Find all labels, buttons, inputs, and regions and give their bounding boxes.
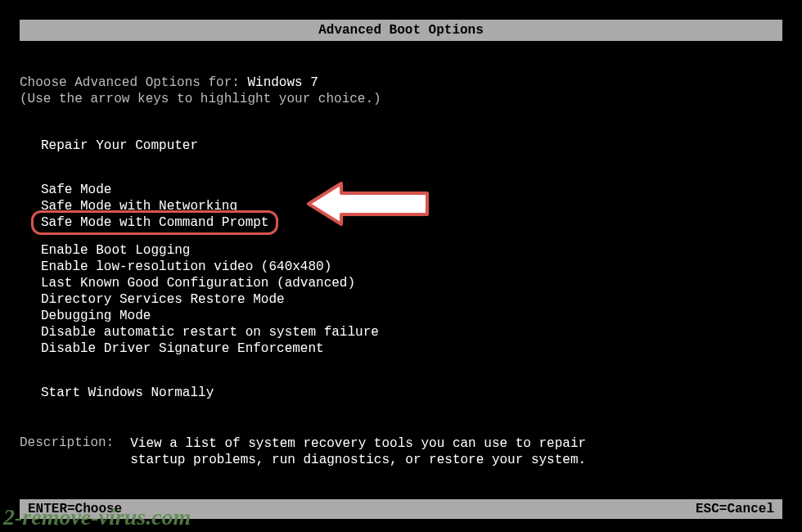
watermark: 2-remove-virus.com: [3, 504, 191, 530]
menu-start-normally[interactable]: Start Windows Normally: [41, 385, 782, 401]
footer-esc: ESC=Cancel: [696, 502, 774, 516]
menu-repair-computer[interactable]: Repair Your Computer: [41, 138, 782, 154]
description-text: View a list of system recovery tools you…: [130, 435, 588, 468]
prompt-label: Choose Advanced Options for:: [20, 75, 247, 90]
menu-last-known-good[interactable]: Last Known Good Configuration (advanced): [41, 275, 782, 291]
prompt-line: Choose Advanced Options for: Windows 7: [20, 75, 782, 90]
menu-boot-logging[interactable]: Enable Boot Logging: [41, 242, 782, 259]
content-area: Choose Advanced Options for: Windows 7 (…: [0, 75, 802, 468]
description-label: Description:: [20, 435, 114, 468]
menu-no-driver-sig[interactable]: Disable Driver Signature Enforcement: [41, 340, 782, 357]
menu-no-auto-restart[interactable]: Disable automatic restart on system fail…: [41, 324, 782, 340]
os-name: Windows 7: [247, 75, 318, 90]
menu-safe-mode-networking[interactable]: Safe Mode with Networking: [41, 198, 782, 214]
menu-safe-mode[interactable]: Safe Mode: [41, 182, 782, 198]
menu-safe-mode-cmd-highlighted[interactable]: Safe Mode with Command Prompt: [41, 214, 268, 231]
menu-safe-mode-cmd[interactable]: Safe Mode with Command Prompt: [41, 214, 268, 231]
boot-menu: Repair Your Computer Safe Mode Safe Mode…: [20, 138, 782, 401]
hint-line: (Use the arrow keys to highlight your ch…: [20, 92, 782, 106]
menu-dsrm[interactable]: Directory Services Restore Mode: [41, 291, 782, 308]
title-bar: Advanced Boot Options: [20, 20, 782, 41]
title-text: Advanced Boot Options: [318, 23, 484, 38]
menu-debugging[interactable]: Debugging Mode: [41, 308, 782, 324]
menu-low-res-video[interactable]: Enable low-resolution video (640x480): [41, 259, 782, 275]
description-section: Description: View a list of system recov…: [20, 435, 782, 468]
